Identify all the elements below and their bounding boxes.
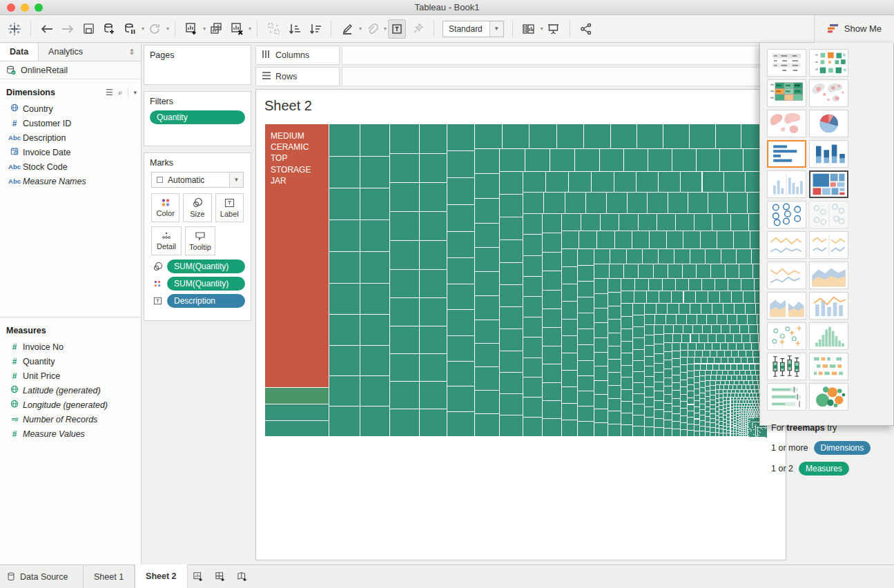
treemap-cell[interactable] [756, 409, 757, 411]
pane-sort-icon[interactable]: ⇕ [123, 43, 141, 61]
filters-card[interactable]: Filters Quantity [144, 91, 251, 146]
treemap-cell[interactable] [742, 375, 746, 380]
treemap-cell[interactable] [578, 422, 594, 436]
treemap-cell[interactable] [621, 342, 632, 353]
treemap-cell[interactable] [390, 124, 419, 153]
treemap-cell[interactable] [734, 412, 736, 414]
treemap-cell[interactable] [610, 249, 625, 264]
treemap-cell[interactable] [739, 428, 741, 429]
treemap-cell[interactable] [557, 124, 583, 148]
treemap-cell[interactable] [621, 425, 632, 436]
treemap-cell[interactable] [700, 371, 705, 375]
treemap-cell[interactable] [633, 315, 644, 326]
field-number-of-records[interactable]: =# Number of Records [0, 412, 141, 427]
treemap-cell[interactable] [601, 214, 619, 231]
treemap-cell[interactable] [657, 304, 668, 313]
new-story-button[interactable] [232, 565, 254, 588]
treemap-cell[interactable] [562, 302, 578, 318]
treemap-cell[interactable] [708, 357, 714, 363]
treemap-cell[interactable] [654, 264, 668, 279]
treemap-cell[interactable] [737, 422, 739, 424]
treemap-cell[interactable] [706, 402, 710, 406]
treemap-cell[interactable] [645, 335, 654, 345]
treemap-cell[interactable] [672, 367, 680, 375]
treemap-cell[interactable] [608, 424, 621, 436]
treemap-cell[interactable] [734, 431, 736, 433]
treemap-cell[interactable] [742, 334, 750, 342]
showme-dual-lines[interactable] [767, 262, 806, 289]
treemap-cell[interactable] [752, 406, 754, 409]
treemap-cell[interactable] [730, 381, 734, 384]
pause-auto-updates-icon[interactable] [121, 19, 139, 39]
treemap-cell[interactable] [672, 351, 680, 359]
treemap-cell[interactable] [639, 264, 652, 279]
treemap-cell[interactable] [717, 231, 733, 248]
treemap-cell[interactable] [757, 411, 758, 413]
treemap-cell[interactable] [734, 406, 736, 409]
treemap-cell[interactable] [734, 334, 741, 342]
treemap-cell[interactable] [592, 172, 614, 192]
treemap-cell[interactable] [716, 399, 719, 402]
treemap-cell[interactable] [265, 388, 329, 404]
treemap-cell[interactable] [681, 409, 687, 415]
treemap-cell[interactable] [747, 375, 751, 380]
treemap-cell[interactable] [753, 409, 755, 411]
treemap-cell[interactable] [694, 425, 699, 431]
treemap-cell[interactable] [741, 409, 743, 411]
treemap-cell[interactable] [728, 193, 746, 213]
treemap-cell[interactable] [633, 383, 644, 393]
treemap-cell[interactable] [659, 291, 671, 303]
treemap-cell[interactable] [731, 214, 748, 231]
treemap-cell[interactable] [737, 424, 739, 427]
treemap-cell[interactable] [723, 390, 727, 393]
treemap-cell[interactable] [723, 423, 726, 426]
treemap-cell[interactable] [752, 390, 755, 393]
swap-rows-columns-icon[interactable] [264, 19, 282, 39]
showme-gantt[interactable] [809, 353, 848, 380]
show-hide-cards-icon[interactable] [520, 19, 538, 39]
treemap-cell[interactable] [716, 124, 741, 148]
treemap-cell[interactable] [724, 385, 728, 389]
treemap-cell[interactable] [575, 149, 599, 171]
treemap-cell[interactable] [500, 394, 522, 415]
treemap-cell[interactable] [746, 411, 748, 413]
treemap-cell[interactable] [578, 361, 594, 375]
treemap-cell[interactable] [727, 398, 730, 400]
run-auto-updates-caret[interactable]: ▾ [166, 26, 169, 32]
showme-area-continuous[interactable] [809, 262, 848, 289]
treemap-cell[interactable] [726, 364, 731, 370]
treemap-cell[interactable] [727, 408, 730, 411]
new-worksheet-tab-button[interactable] [188, 565, 210, 588]
treemap-cell[interactable] [723, 304, 734, 313]
treemap-cell[interactable] [716, 424, 719, 428]
treemap-cell[interactable] [611, 124, 637, 148]
treemap-cell[interactable] [447, 362, 474, 386]
treemap-cell[interactable] [734, 421, 736, 423]
treemap-cell[interactable] [706, 371, 710, 375]
treemap-cell[interactable] [720, 149, 743, 171]
treemap-cell[interactable] [329, 346, 360, 375]
treemap-cell[interactable] [683, 231, 699, 248]
treemap-cell[interactable] [708, 291, 719, 303]
treemap-cell[interactable] [447, 284, 474, 310]
treemap-cell[interactable] [713, 364, 719, 370]
share-icon[interactable] [577, 19, 595, 39]
treemap-cell[interactable] [748, 411, 750, 413]
treemap-cell[interactable] [674, 249, 690, 264]
treemap-cell[interactable] [744, 433, 745, 434]
treemap-cell[interactable] [746, 422, 747, 423]
treemap-cell[interactable] [447, 151, 474, 177]
run-auto-updates-icon[interactable] [146, 19, 164, 39]
treemap-cell[interactable] [744, 398, 747, 400]
tab-sheet-1[interactable]: Sheet 1 [84, 565, 135, 588]
treemap-cell[interactable] [523, 193, 544, 213]
treemap-cell[interactable] [688, 351, 695, 357]
treemap-cell[interactable] [633, 394, 644, 404]
treemap-cell[interactable] [737, 414, 739, 416]
treemap-cell[interactable] [544, 193, 564, 213]
treemap-cell[interactable] [683, 264, 697, 279]
treemap-cell[interactable] [723, 405, 726, 408]
treemap-cell[interactable] [500, 415, 522, 436]
treemap-cell[interactable] [737, 417, 739, 419]
treemap-cell[interactable] [672, 414, 680, 421]
